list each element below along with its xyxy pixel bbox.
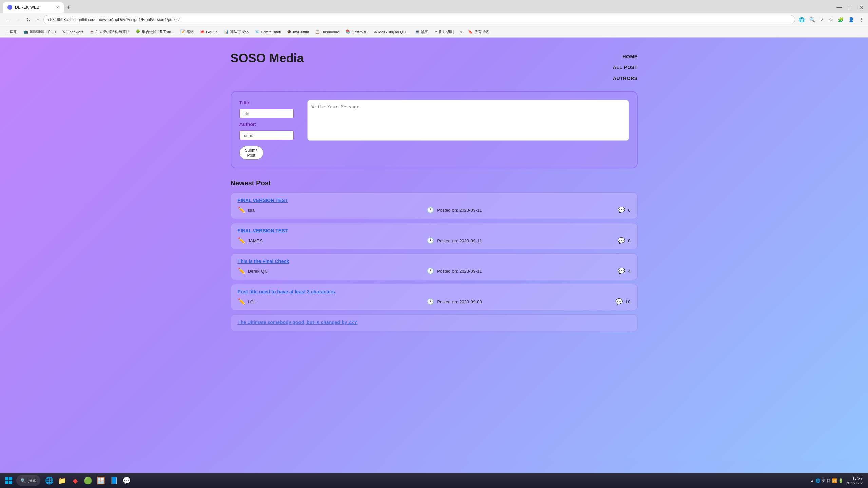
bookmark-all[interactable]: 🔖 所有书签	[465, 28, 492, 35]
forward-button[interactable]: →	[14, 16, 22, 24]
comment-icon: 💬	[615, 298, 623, 305]
nav-all-post[interactable]: ALL POST	[613, 65, 638, 70]
new-tab-button[interactable]: +	[64, 4, 73, 11]
bookmark-hacker[interactable]: 💻 黑客	[412, 28, 431, 35]
bookmark-label: 哔哩哔哩 - ('·'...)	[30, 29, 56, 34]
post-author: ✏️ JAMES	[238, 237, 306, 244]
bookmark-image-cut[interactable]: ✂ 图片切割	[432, 28, 457, 35]
search-placeholder: 搜索	[28, 478, 36, 484]
post-item[interactable]: FINAL VERSION TEST ✏️ Isla 🕐 Posted on: …	[231, 192, 638, 219]
taskbar-app-files[interactable]: 📁	[56, 474, 68, 487]
title-input[interactable]	[239, 109, 294, 118]
bookmark-dashboard[interactable]: 📋 Dashboard	[312, 28, 342, 35]
algo-icon: 📊	[224, 29, 229, 34]
bookmarks-all-icon: 🔖	[468, 29, 473, 34]
nav-home[interactable]: HOME	[613, 54, 638, 59]
profile-icon[interactable]: 👤	[847, 16, 856, 23]
active-tab[interactable]: DEREK WEB ✕	[3, 2, 64, 13]
bookmark-label: Java数据结构与算法	[96, 29, 130, 34]
bookmark-github[interactable]: 🐙 GitHub	[197, 28, 220, 35]
date-text: Posted on: 2023-09-11	[437, 269, 482, 274]
bookmark-bilibili[interactable]: 📺 哔哩哔哩 - ('·'...)	[21, 28, 59, 35]
close-window-button[interactable]: ✕	[857, 3, 865, 12]
taskbar-clock[interactable]: 17:37 2023/12/2	[846, 476, 863, 485]
post-date: 🕐 Posted on: 2023-09-09	[306, 298, 603, 305]
bookmark-griffith-email[interactable]: 📧 GriffithEmail	[252, 28, 284, 35]
taskbar-app-vscode[interactable]: 📘	[108, 474, 120, 487]
apps-grid-icon: ⊞	[5, 29, 8, 34]
app-header: SOSO Media HOME ALL POST AUTHORS	[231, 44, 638, 91]
translate-icon[interactable]: 🌐	[797, 16, 806, 23]
share-icon[interactable]: ↗	[818, 16, 826, 23]
date-text: Posted on: 2023-09-11	[437, 238, 482, 243]
post-title-link[interactable]: Post title need to have at least 3 chara…	[238, 289, 631, 294]
comment-count: 0	[628, 208, 630, 213]
submit-post-button[interactable]: SubmitPost	[239, 146, 263, 160]
address-bar[interactable]	[43, 15, 795, 24]
home-button[interactable]: ⌂	[35, 16, 41, 24]
taskbar-app-edge[interactable]: 🌐	[43, 474, 55, 487]
date-text: Posted on: 2023-09-11	[437, 208, 482, 213]
post-item[interactable]: Post title need to have at least 3 chara…	[231, 284, 638, 310]
tab-close-button[interactable]: ✕	[56, 5, 59, 10]
author-input[interactable]	[239, 130, 294, 140]
bookmark-notes[interactable]: 📝 笔记	[177, 28, 196, 35]
codewars-icon: ⚔	[62, 29, 65, 34]
zoom-icon[interactable]: 🔍	[808, 16, 817, 23]
post-comments: 💬 0	[603, 206, 631, 214]
taskbar-app-diamond[interactable]: ◆	[69, 474, 81, 487]
author-name: Isla	[248, 208, 255, 213]
bookmark-tree[interactable]: 🌳 集合进阶-15-Tree...	[133, 28, 177, 35]
menu-icon[interactable]: ⋮	[857, 16, 865, 23]
author-label: Author:	[239, 122, 301, 127]
bookmark-algo[interactable]: 📊 算法可视化	[221, 28, 251, 35]
post-title-link[interactable]: This is the Final Check	[238, 259, 631, 264]
taskbar-app-chrome[interactable]: 🟢	[82, 474, 94, 487]
clock-icon: 🕐	[427, 267, 434, 275]
minimize-button[interactable]: —	[834, 3, 844, 12]
bookmark-more[interactable]: »	[457, 29, 465, 35]
author-name: Derek Qiu	[248, 269, 268, 274]
bookmark-label: GitHub	[206, 30, 217, 34]
bookmark-griffithbb[interactable]: 📚 GriffithBB	[343, 28, 370, 35]
bookmark-label: 笔记	[186, 29, 194, 34]
maximize-button[interactable]: □	[847, 3, 854, 12]
github-icon: 🐙	[200, 29, 205, 34]
bookmark-label: GriffithEmail	[261, 30, 281, 34]
post-title-link[interactable]: The Ultimate somebody good, but is chang…	[238, 320, 631, 325]
griffith-icon: 📧	[255, 29, 259, 34]
bookmark-codewars[interactable]: ⚔ Codewars	[59, 28, 86, 35]
start-button[interactable]	[3, 474, 15, 487]
post-title-link[interactable]: FINAL VERSION TEST	[238, 198, 631, 203]
title-label: Title:	[239, 100, 301, 105]
bilibili-icon: 📺	[23, 29, 28, 34]
bookmark-label: myGriffith	[293, 30, 309, 34]
date-text: Posted on: 2023-09-09	[437, 299, 482, 304]
back-button[interactable]: ←	[3, 16, 12, 24]
taskbar-date: 2023/12/2	[846, 481, 863, 485]
clock-icon: 🕐	[427, 298, 434, 305]
system-icons: ▲ 🌐 英 拼 📶 🔋	[810, 478, 844, 484]
reload-button[interactable]: ↻	[24, 16, 33, 24]
taskbar-app-wechat[interactable]: 💬	[120, 474, 133, 487]
more-icon: »	[460, 30, 462, 34]
taskbar-app-store[interactable]: 🪟	[95, 474, 107, 487]
nav-authors[interactable]: AUTHORS	[613, 76, 638, 81]
bookmark-label: 图片切割	[439, 29, 454, 34]
bookmark-mail[interactable]: ✉ Mail - Jinjian Qiu...	[371, 28, 411, 35]
bookmark-icon[interactable]: ☆	[827, 16, 835, 23]
svg-rect-0	[5, 477, 8, 480]
taskbar-search[interactable]: 🔍 搜索	[16, 475, 40, 486]
comment-count: 10	[625, 299, 630, 304]
post-title-link[interactable]: FINAL VERSION TEST	[238, 228, 631, 233]
author-icon: ✏️	[238, 206, 245, 214]
post-item[interactable]: The Ultimate somebody good, but is chang…	[231, 314, 638, 331]
bookmark-java[interactable]: ☕ Java数据结构与算法	[87, 28, 132, 35]
message-textarea[interactable]	[307, 100, 629, 141]
extension-icon[interactable]: 🧩	[836, 16, 845, 23]
post-item[interactable]: This is the Final Check ✏️ Derek Qiu 🕐 P…	[231, 253, 638, 280]
bookmark-mygriffith[interactable]: 🎓 myGriffith	[284, 28, 312, 35]
comment-icon: 💬	[618, 206, 625, 214]
post-item[interactable]: FINAL VERSION TEST ✏️ JAMES 🕐 Posted on:…	[231, 223, 638, 249]
bookmark-apps[interactable]: ⊞ 应用	[3, 28, 20, 35]
